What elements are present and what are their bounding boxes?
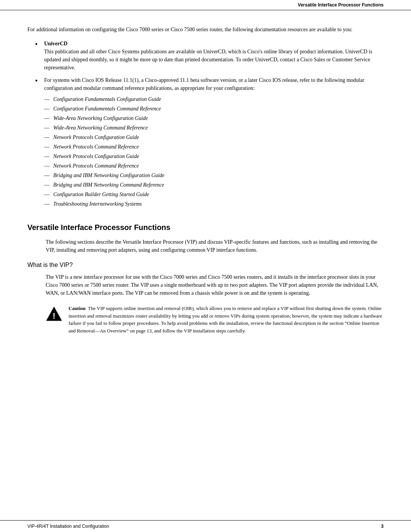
sub-item-text: Network Protocols Command Reference <box>53 162 139 170</box>
caution-text: Caution The VIP supports online insertio… <box>68 305 384 334</box>
sub-item-text: Configuration Fundamentals Command Refer… <box>53 105 161 113</box>
univercd-title: UniverCD <box>44 41 67 46</box>
univercd-body: This publication and all other Cisco Sys… <box>44 49 372 70</box>
caution-body: The VIP supports online insertion and re… <box>68 305 382 334</box>
list-item: — Wide-Area Networking Configuration Gui… <box>44 114 384 122</box>
list-item: — Troubleshooting Internetworking System… <box>44 200 384 208</box>
list-item: — Bridging and IBM Networking Configurat… <box>44 171 384 179</box>
intro-paragraph: For additional information on configurin… <box>27 26 384 34</box>
sub-item-text: Network Protocols Configuration Guide <box>53 152 139 160</box>
list-item: — Network Protocols Command Reference <box>44 143 384 151</box>
subsection-body: The VIP is a new interface processor for… <box>46 273 384 297</box>
bullet-content-ios: For systems with Cisco IOS Release 11.1(… <box>44 76 384 209</box>
section-heading: Versatile Interface Processor Functions <box>27 223 384 232</box>
header-title: Versatile Interface Processor Functions <box>298 2 384 8</box>
list-item: — Configuration Builder Getting Started … <box>44 190 384 198</box>
content-area: For additional information on configurin… <box>0 10 411 357</box>
bullet-section: • UniverCD This publication and all othe… <box>35 40 384 209</box>
list-item: — Network Protocols Command Reference <box>44 162 384 170</box>
footer-page-number: 3 <box>381 524 384 529</box>
bullet-item-ios: • For systems with Cisco IOS Release 11.… <box>35 76 384 209</box>
sub-item-text: Wide-Area Networking Configuration Guide <box>53 114 148 122</box>
sub-item-text: Bridging and IBM Networking Command Refe… <box>53 181 164 189</box>
list-item: — Bridging and IBM Networking Command Re… <box>44 181 384 189</box>
page: Versatile Interface Processor Functions … <box>0 0 411 532</box>
sub-item-text: Configuration Builder Getting Started Gu… <box>53 190 149 198</box>
sub-item-text: Troubleshooting Internetworking Systems <box>53 200 142 208</box>
list-item: — Configuration Fundamentals Command Ref… <box>44 105 384 113</box>
sub-item-text: Configuration Fundamentals Configuration… <box>53 95 161 103</box>
bullet-dot-2: • <box>35 76 41 209</box>
page-footer-area: VIP-4R/4T Installation and Configuration… <box>0 520 411 532</box>
list-item: — Wide-Area Networking Command Reference <box>44 124 384 132</box>
subsection-heading: What is the VIP? <box>27 262 384 268</box>
section-intro: The following sections describe the Vers… <box>46 238 384 254</box>
header-bar: Versatile Interface Processor Functions <box>0 0 411 10</box>
bullet-content-univercd: UniverCD This publication and all other … <box>44 40 384 72</box>
caution-icon: ! <box>46 305 62 322</box>
caution-box: ! Caution The VIP supports online insert… <box>46 305 384 334</box>
footer-bar: VIP-4R/4T Installation and Configuration… <box>0 521 411 532</box>
sub-item-text: Network Protocols Configuration Guide <box>53 133 139 141</box>
sub-item-text: Wide-Area Networking Command Reference <box>53 124 148 132</box>
list-item: — Network Protocols Configuration Guide <box>44 152 384 160</box>
caution-label: Caution <box>68 305 86 311</box>
footer-left: VIP-4R/4T Installation and Configuration <box>27 524 109 529</box>
list-item: — Configuration Fundamentals Configurati… <box>44 95 384 103</box>
sub-item-text: Network Protocols Command Reference <box>53 143 139 151</box>
list-item: — Network Protocols Configuration Guide <box>44 133 384 141</box>
sub-item-text: Bridging and IBM Networking Configuratio… <box>53 171 164 179</box>
sub-items-list: — Configuration Fundamentals Configurati… <box>44 95 384 208</box>
ios-body: For systems with Cisco IOS Release 11.1(… <box>44 77 364 91</box>
bullet-dot-1: • <box>35 40 41 72</box>
bullet-item-univercd: • UniverCD This publication and all othe… <box>35 40 384 72</box>
svg-text:!: ! <box>53 311 55 321</box>
